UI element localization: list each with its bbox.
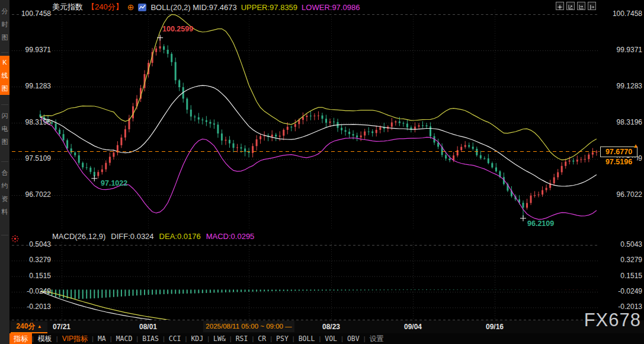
footer-tab-lw[interactable]: LW& — [209, 333, 230, 344]
footer-tab-settings[interactable]: 设置 — [366, 333, 388, 344]
footer-tab-indicators[interactable]: 指标 — [9, 333, 32, 344]
chart-style-icon[interactable] — [138, 4, 146, 11]
macd-y-label-left: -0.2013 — [13, 302, 51, 311]
footer-tab-templates[interactable]: 模板 — [34, 333, 56, 344]
x-tick-label: 08/23 — [322, 323, 340, 331]
macd-y-label-left: -0.0249 — [13, 287, 51, 295]
sidebar-tab-contract-info[interactable]: 合约资料 — [0, 166, 9, 218]
macd-dea-value: DEA:0.0176 — [159, 232, 201, 241]
crosshair-icon[interactable] — [556, 2, 564, 10]
footer-tab-macd[interactable]: MACD — [112, 333, 137, 344]
macd-header: MACD(26,12,9) DIFF:0.0324 DEA:0.0176 MAC… — [52, 231, 254, 241]
period-selector[interactable]: 240分 ▲ — [11, 321, 47, 333]
footer-tab-psy[interactable]: PSY — [272, 333, 293, 344]
main-chart-canvas[interactable] — [0, 0, 644, 344]
sidebar-divider — [1, 235, 8, 235]
macd-histogram — [40, 289, 597, 299]
macd-y-label-left: 0.3279 — [13, 256, 51, 264]
macd-y-label-right: 0.3279 — [607, 256, 642, 264]
indicator-toolbar: 指标|模板|VIP指标|MA|MACD|BIAS|CCI|KDJ|LW&|RSI… — [9, 333, 644, 344]
main-y-label-right: 96.7022 — [607, 190, 642, 199]
footer-tab-rsi[interactable]: RSI — [232, 333, 252, 344]
last-price-label: 97.6770 — [600, 146, 637, 157]
boll-mid-value: BOLL(20,2) MID:97.4673 — [150, 3, 236, 12]
chart-type-sidebar: 分时图K线图闪电图合约资料 — [0, 0, 9, 344]
add-indicator-icon[interactable]: ⊕ — [127, 3, 134, 11]
grid-lines — [12, 9, 600, 320]
main-y-label-left: 97.5109 — [13, 154, 51, 163]
axis-zoom-in-icon[interactable] — [566, 2, 575, 10]
symbol-name: 美元指数 — [52, 2, 83, 12]
price-up-arrow-icon: ▲ — [633, 142, 639, 149]
sidebar-divider — [1, 161, 8, 162]
boll-upper-value: UPPER:97.8359 — [241, 3, 297, 12]
main-y-label-right: 99.1283 — [607, 82, 642, 90]
macd-diff-value: DIFF:0.0324 — [111, 232, 153, 241]
footer-tab-cci[interactable]: CCI — [165, 333, 185, 344]
axis-zoom-out-icon[interactable] — [577, 2, 585, 10]
main-y-label-left: 96.7022 — [13, 190, 51, 199]
main-y-label-left: 99.9371 — [13, 46, 51, 54]
footer-tab-ma[interactable]: MA — [94, 333, 110, 344]
macd-y-label-left: 0.1515 — [13, 272, 51, 280]
footer-tab-vip-indicators[interactable]: VIP指标 — [58, 333, 92, 344]
macd-y-label-right: -0.0249 — [607, 287, 642, 295]
main-y-label-right: 100.7458 — [607, 9, 642, 18]
hover-price-label: 97.5196 — [601, 158, 637, 167]
macd-y-label-right: 0.5043 — [607, 240, 642, 249]
chart-window: 分时图K线图闪电图合约资料 美元指数 【240分】 ⊕ BOLL(20,2) M… — [0, 0, 644, 344]
boll-lower-value: LOWER:97.0986 — [302, 3, 360, 12]
dropup-arrow-icon: ▲ — [37, 324, 42, 329]
watermark: FX678 — [584, 310, 641, 331]
low-price-annotation-1: 97.1022 — [101, 179, 127, 187]
footer-tab-cr[interactable]: CR — [254, 333, 270, 344]
hover-time-tooltip: 2025/08/11 05:00 ~ 09:00 — — [203, 321, 294, 332]
pan-right-icon[interactable] — [588, 2, 596, 10]
main-y-label-right: 99.9371 — [607, 46, 642, 54]
sidebar-divider — [1, 104, 8, 105]
boll-upper-line — [40, 14, 597, 160]
extreme-point-markers — [91, 35, 526, 221]
footer-tab-obv[interactable]: OBV — [343, 333, 364, 344]
footer-tab-bias[interactable]: BIAS — [138, 333, 163, 344]
x-tick-label: 08/01 — [139, 323, 157, 331]
main-y-label-right: 98.3196 — [607, 118, 642, 126]
x-tick-label: 09/04 — [404, 323, 422, 331]
chart-tool-icons — [556, 2, 596, 10]
low-price-annotation-2: 96.2109 — [527, 219, 554, 228]
chart-header: 美元指数 【240分】 ⊕ BOLL(20,2) MID:97.4673 UPP… — [52, 2, 360, 12]
x-tick-label: 09/16 — [486, 323, 504, 331]
sidebar-tab-flash-chart[interactable]: 闪电图 — [0, 109, 9, 148]
main-y-label-left: 100.7458 — [13, 9, 51, 18]
footer-tab-boll[interactable]: BOLL — [294, 333, 319, 344]
x-tick-label: 07/21 — [53, 323, 71, 331]
x-axis-row: 240分 ▲ 2025/08/11 05:00 ~ 09:00 — 07/210… — [9, 320, 644, 333]
sidebar-divider — [1, 52, 8, 53]
main-y-label-left: 98.3196 — [13, 118, 51, 126]
macd-macd-value: MACD:0.0295 — [206, 232, 255, 241]
boll-mid-line — [40, 85, 597, 186]
macd-y-label-right: 0.1515 — [607, 272, 642, 280]
footer-tab-kdj[interactable]: KDJ — [187, 333, 207, 344]
period-label: 【240分】 — [87, 2, 123, 12]
starburst-icon — [11, 235, 19, 243]
candles-group — [40, 36, 598, 217]
macd-title: MACD(26,12,9) — [52, 232, 105, 241]
high-price-annotation: 100.2599 — [162, 25, 193, 33]
footer-tab-vol[interactable]: VOL — [321, 333, 341, 344]
sidebar-tab-kline-chart[interactable]: K线图 — [0, 56, 9, 95]
sidebar-tab-time-share-chart[interactable]: 分时图 — [0, 5, 9, 44]
main-y-label-left: 99.1283 — [13, 82, 51, 90]
